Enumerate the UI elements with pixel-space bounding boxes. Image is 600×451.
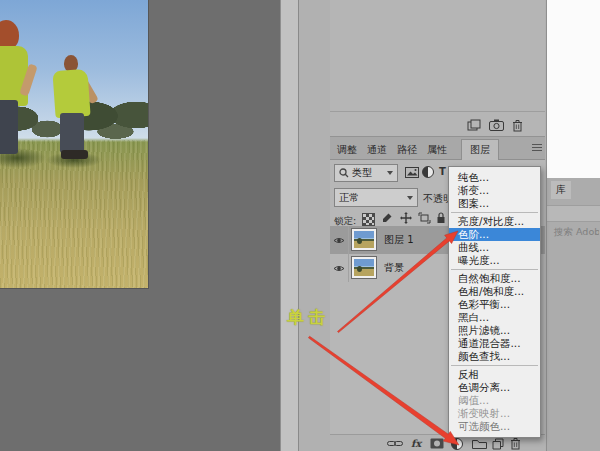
- artboard-icon: [418, 212, 431, 224]
- menu-item-exposure[interactable]: 曝光度...: [449, 254, 540, 267]
- menu-item-selective-color[interactable]: 可选颜色...: [449, 420, 540, 433]
- camera-icon: [489, 119, 504, 131]
- new-layer-button[interactable]: [492, 437, 504, 450]
- layer-mask-icon: [430, 438, 444, 449]
- menu-item-gradient-map[interactable]: 渐变映射...: [449, 407, 540, 420]
- link-layers-button[interactable]: [387, 437, 403, 450]
- menu-item-levels[interactable]: 色阶...: [449, 228, 540, 241]
- chevron-down-icon: [387, 171, 393, 175]
- panel-menu-button[interactable]: [532, 143, 542, 152]
- tab-layers[interactable]: 图层: [461, 139, 499, 160]
- panel-menu-icon: [532, 143, 542, 152]
- new-group-button[interactable]: [472, 437, 487, 450]
- new-document-icon: [467, 119, 481, 131]
- eye-icon: [333, 264, 345, 273]
- tab-adjustments[interactable]: 调整: [332, 140, 362, 159]
- brush-icon: [381, 212, 393, 224]
- lock-all-button[interactable]: [436, 211, 446, 224]
- menu-item-photo-filter[interactable]: 照片滤镜...: [449, 324, 540, 337]
- move-cross-icon: [400, 212, 412, 224]
- lock-image-pixels-button[interactable]: [381, 212, 393, 224]
- eye-icon: [333, 236, 345, 245]
- menu-item-curves[interactable]: 曲线...: [449, 241, 540, 254]
- menu-separator: [451, 269, 538, 270]
- blend-mode-value: 正常: [339, 191, 359, 205]
- libraries-search-field[interactable]: 搜索 Adob: [551, 226, 599, 239]
- image-icon: [405, 167, 419, 178]
- history-panel-area: [330, 0, 545, 137]
- tab-paths[interactable]: 路径: [392, 140, 422, 159]
- photo-person-center-shirt: [52, 69, 90, 118]
- lock-transparent-pixels-button[interactable]: [362, 213, 375, 226]
- adjustment-half-circle-icon: [422, 166, 434, 178]
- menu-item-solid-color[interactable]: 纯色...: [449, 171, 540, 184]
- filter-adjustment-layers-button[interactable]: [422, 166, 434, 178]
- layer-filter-type-dropdown[interactable]: 类型: [334, 164, 398, 182]
- click-annotation-label: 单击: [287, 306, 329, 329]
- libraries-toolbar-strip: [547, 205, 600, 222]
- document-scrollbar[interactable]: [280, 0, 299, 451]
- lock-position-button[interactable]: [400, 212, 412, 224]
- layer-name[interactable]: 图层 1: [384, 233, 414, 247]
- menu-separator: [451, 212, 538, 213]
- photo-person-center-pants: [60, 113, 84, 153]
- new-adjustment-layer-button[interactable]: [451, 437, 463, 450]
- tab-channels[interactable]: 通道: [362, 140, 392, 159]
- lock-artboard-button[interactable]: [418, 212, 431, 224]
- photo-preview: [0, 0, 149, 289]
- filter-type-layers-button[interactable]: T: [439, 166, 446, 177]
- delete-layer-button[interactable]: [510, 437, 521, 450]
- menu-item-brightness-contrast[interactable]: 亮度/对比度...: [449, 215, 540, 228]
- layer-style-button[interactable]: fx: [411, 437, 421, 450]
- menu-item-threshold[interactable]: 阈值...: [449, 394, 540, 407]
- checkerboard-icon: [362, 213, 375, 226]
- layer-thumbnail[interactable]: [352, 229, 376, 250]
- photo-person-left-pants: [0, 100, 18, 154]
- layer-thumbnail[interactable]: [352, 257, 376, 278]
- menu-separator: [451, 365, 538, 366]
- new-layer-icon: [492, 438, 504, 450]
- visibility-toggle[interactable]: [330, 226, 349, 254]
- chevron-down-icon: [407, 196, 413, 200]
- filter-pixel-layers-button[interactable]: [405, 167, 419, 178]
- menu-item-color-balance[interactable]: 色彩平衡...: [449, 298, 540, 311]
- document-canvas[interactable]: [0, 0, 280, 451]
- folder-icon: [472, 438, 487, 449]
- menu-item-posterize[interactable]: 色调分离...: [449, 381, 540, 394]
- menu-item-pattern[interactable]: 图案...: [449, 197, 540, 210]
- link-icon: [387, 439, 403, 448]
- visibility-toggle[interactable]: [330, 254, 349, 282]
- history-panel-divider: [330, 111, 545, 112]
- panel-tabbar: 调整 通道 路径 属性 图层: [330, 137, 545, 160]
- libraries-dock: 库 搜索 Adob: [546, 178, 600, 451]
- layer-name[interactable]: 背景: [384, 261, 404, 275]
- blend-mode-dropdown[interactable]: 正常: [334, 188, 418, 207]
- menu-item-vibrance[interactable]: 自然饱和度...: [449, 272, 540, 285]
- search-placeholder-text: 搜索 Adob: [554, 226, 599, 239]
- adjustment-layer-menu: 纯色... 渐变... 图案... 亮度/对比度... 色阶... 曲线... …: [448, 166, 541, 438]
- adjustment-half-circle-icon: [451, 438, 463, 450]
- menu-item-invert[interactable]: 反相: [449, 368, 540, 381]
- search-icon: [339, 168, 349, 178]
- tab-libraries[interactable]: 库: [551, 181, 571, 199]
- tab-properties[interactable]: 属性: [422, 140, 452, 159]
- menu-item-black-white[interactable]: 黑白...: [449, 311, 540, 324]
- add-layer-mask-button[interactable]: [430, 437, 444, 450]
- trash-icon: [512, 119, 523, 132]
- delete-state-button[interactable]: [512, 118, 523, 132]
- menu-item-channel-mixer[interactable]: 通道混合器...: [449, 337, 540, 350]
- filter-type-label: 类型: [352, 166, 372, 180]
- libraries-content-area: [546, 0, 600, 178]
- menu-item-hue-saturation[interactable]: 色相/饱和度...: [449, 285, 540, 298]
- new-document-from-state-button[interactable]: [467, 118, 481, 132]
- photoshop-window: 调整 通道 路径 属性 图层 类型: [0, 0, 600, 451]
- new-snapshot-button[interactable]: [489, 118, 504, 132]
- trash-icon: [510, 437, 521, 450]
- photo-person-center-shoes: [61, 150, 88, 159]
- menu-item-gradient[interactable]: 渐变...: [449, 184, 540, 197]
- lock-icon: [436, 211, 446, 224]
- menu-item-color-lookup[interactable]: 颜色查找...: [449, 350, 540, 363]
